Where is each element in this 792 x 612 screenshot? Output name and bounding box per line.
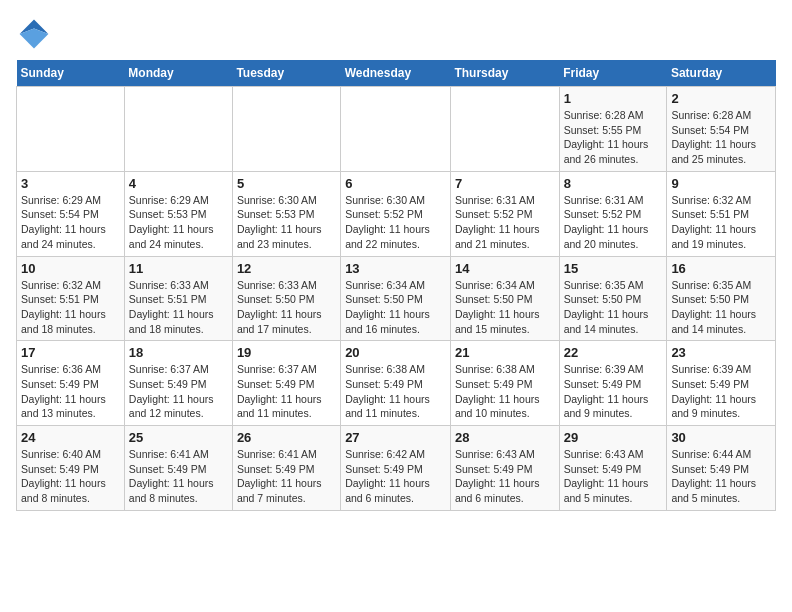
- calendar-cell: 30Sunrise: 6:44 AM Sunset: 5:49 PM Dayli…: [667, 426, 776, 511]
- day-number: 1: [564, 91, 663, 106]
- calendar-cell: 4Sunrise: 6:29 AM Sunset: 5:53 PM Daylig…: [124, 171, 232, 256]
- day-number: 16: [671, 261, 771, 276]
- calendar-table: SundayMondayTuesdayWednesdayThursdayFrid…: [16, 60, 776, 511]
- calendar-cell: 8Sunrise: 6:31 AM Sunset: 5:52 PM Daylig…: [559, 171, 667, 256]
- weekday-header-saturday: Saturday: [667, 60, 776, 87]
- day-info: Sunrise: 6:31 AM Sunset: 5:52 PM Dayligh…: [455, 193, 555, 252]
- day-number: 5: [237, 176, 336, 191]
- day-number: 19: [237, 345, 336, 360]
- calendar-cell: 14Sunrise: 6:34 AM Sunset: 5:50 PM Dayli…: [450, 256, 559, 341]
- day-info: Sunrise: 6:29 AM Sunset: 5:53 PM Dayligh…: [129, 193, 228, 252]
- day-number: 4: [129, 176, 228, 191]
- calendar-week-4: 17Sunrise: 6:36 AM Sunset: 5:49 PM Dayli…: [17, 341, 776, 426]
- calendar-cell: 25Sunrise: 6:41 AM Sunset: 5:49 PM Dayli…: [124, 426, 232, 511]
- calendar-week-3: 10Sunrise: 6:32 AM Sunset: 5:51 PM Dayli…: [17, 256, 776, 341]
- day-number: 24: [21, 430, 120, 445]
- day-number: 12: [237, 261, 336, 276]
- day-info: Sunrise: 6:36 AM Sunset: 5:49 PM Dayligh…: [21, 362, 120, 421]
- weekday-header-tuesday: Tuesday: [232, 60, 340, 87]
- calendar-cell: 7Sunrise: 6:31 AM Sunset: 5:52 PM Daylig…: [450, 171, 559, 256]
- day-info: Sunrise: 6:31 AM Sunset: 5:52 PM Dayligh…: [564, 193, 663, 252]
- calendar-cell: 10Sunrise: 6:32 AM Sunset: 5:51 PM Dayli…: [17, 256, 125, 341]
- calendar-cell: 9Sunrise: 6:32 AM Sunset: 5:51 PM Daylig…: [667, 171, 776, 256]
- calendar-cell: 11Sunrise: 6:33 AM Sunset: 5:51 PM Dayli…: [124, 256, 232, 341]
- calendar-body: 1Sunrise: 6:28 AM Sunset: 5:55 PM Daylig…: [17, 87, 776, 511]
- day-info: Sunrise: 6:34 AM Sunset: 5:50 PM Dayligh…: [455, 278, 555, 337]
- day-info: Sunrise: 6:38 AM Sunset: 5:49 PM Dayligh…: [455, 362, 555, 421]
- calendar-cell: [17, 87, 125, 172]
- calendar-cell: 29Sunrise: 6:43 AM Sunset: 5:49 PM Dayli…: [559, 426, 667, 511]
- calendar-header: SundayMondayTuesdayWednesdayThursdayFrid…: [17, 60, 776, 87]
- day-number: 13: [345, 261, 446, 276]
- day-info: Sunrise: 6:44 AM Sunset: 5:49 PM Dayligh…: [671, 447, 771, 506]
- day-info: Sunrise: 6:41 AM Sunset: 5:49 PM Dayligh…: [129, 447, 228, 506]
- calendar-cell: [124, 87, 232, 172]
- day-number: 6: [345, 176, 446, 191]
- day-info: Sunrise: 6:37 AM Sunset: 5:49 PM Dayligh…: [237, 362, 336, 421]
- day-number: 18: [129, 345, 228, 360]
- day-info: Sunrise: 6:42 AM Sunset: 5:49 PM Dayligh…: [345, 447, 446, 506]
- day-number: 11: [129, 261, 228, 276]
- calendar-week-5: 24Sunrise: 6:40 AM Sunset: 5:49 PM Dayli…: [17, 426, 776, 511]
- day-info: Sunrise: 6:30 AM Sunset: 5:53 PM Dayligh…: [237, 193, 336, 252]
- day-info: Sunrise: 6:39 AM Sunset: 5:49 PM Dayligh…: [671, 362, 771, 421]
- weekday-header-monday: Monday: [124, 60, 232, 87]
- day-number: 29: [564, 430, 663, 445]
- day-info: Sunrise: 6:34 AM Sunset: 5:50 PM Dayligh…: [345, 278, 446, 337]
- calendar-cell: 20Sunrise: 6:38 AM Sunset: 5:49 PM Dayli…: [341, 341, 451, 426]
- day-info: Sunrise: 6:37 AM Sunset: 5:49 PM Dayligh…: [129, 362, 228, 421]
- calendar-cell: 5Sunrise: 6:30 AM Sunset: 5:53 PM Daylig…: [232, 171, 340, 256]
- day-info: Sunrise: 6:33 AM Sunset: 5:50 PM Dayligh…: [237, 278, 336, 337]
- day-info: Sunrise: 6:32 AM Sunset: 5:51 PM Dayligh…: [21, 278, 120, 337]
- weekday-header-friday: Friday: [559, 60, 667, 87]
- day-number: 25: [129, 430, 228, 445]
- calendar-cell: 2Sunrise: 6:28 AM Sunset: 5:54 PM Daylig…: [667, 87, 776, 172]
- logo-icon: [16, 16, 52, 52]
- day-info: Sunrise: 6:35 AM Sunset: 5:50 PM Dayligh…: [564, 278, 663, 337]
- calendar-cell: 18Sunrise: 6:37 AM Sunset: 5:49 PM Dayli…: [124, 341, 232, 426]
- day-number: 28: [455, 430, 555, 445]
- day-number: 27: [345, 430, 446, 445]
- day-info: Sunrise: 6:40 AM Sunset: 5:49 PM Dayligh…: [21, 447, 120, 506]
- calendar-cell: [232, 87, 340, 172]
- day-info: Sunrise: 6:43 AM Sunset: 5:49 PM Dayligh…: [564, 447, 663, 506]
- calendar-week-2: 3Sunrise: 6:29 AM Sunset: 5:54 PM Daylig…: [17, 171, 776, 256]
- calendar-cell: 26Sunrise: 6:41 AM Sunset: 5:49 PM Dayli…: [232, 426, 340, 511]
- weekday-header-thursday: Thursday: [450, 60, 559, 87]
- calendar-cell: 16Sunrise: 6:35 AM Sunset: 5:50 PM Dayli…: [667, 256, 776, 341]
- weekday-header-sunday: Sunday: [17, 60, 125, 87]
- calendar-cell: 17Sunrise: 6:36 AM Sunset: 5:49 PM Dayli…: [17, 341, 125, 426]
- day-number: 26: [237, 430, 336, 445]
- day-number: 8: [564, 176, 663, 191]
- calendar-cell: 24Sunrise: 6:40 AM Sunset: 5:49 PM Dayli…: [17, 426, 125, 511]
- day-info: Sunrise: 6:35 AM Sunset: 5:50 PM Dayligh…: [671, 278, 771, 337]
- day-number: 17: [21, 345, 120, 360]
- day-number: 2: [671, 91, 771, 106]
- calendar-cell: 22Sunrise: 6:39 AM Sunset: 5:49 PM Dayli…: [559, 341, 667, 426]
- day-number: 3: [21, 176, 120, 191]
- day-number: 22: [564, 345, 663, 360]
- calendar-week-1: 1Sunrise: 6:28 AM Sunset: 5:55 PM Daylig…: [17, 87, 776, 172]
- day-number: 10: [21, 261, 120, 276]
- day-info: Sunrise: 6:29 AM Sunset: 5:54 PM Dayligh…: [21, 193, 120, 252]
- day-number: 9: [671, 176, 771, 191]
- day-number: 20: [345, 345, 446, 360]
- page-header: [16, 16, 776, 52]
- day-info: Sunrise: 6:39 AM Sunset: 5:49 PM Dayligh…: [564, 362, 663, 421]
- calendar-cell: 3Sunrise: 6:29 AM Sunset: 5:54 PM Daylig…: [17, 171, 125, 256]
- day-number: 7: [455, 176, 555, 191]
- calendar-cell: 27Sunrise: 6:42 AM Sunset: 5:49 PM Dayli…: [341, 426, 451, 511]
- day-number: 30: [671, 430, 771, 445]
- day-number: 23: [671, 345, 771, 360]
- day-info: Sunrise: 6:38 AM Sunset: 5:49 PM Dayligh…: [345, 362, 446, 421]
- day-number: 14: [455, 261, 555, 276]
- calendar-cell: [341, 87, 451, 172]
- weekday-header-row: SundayMondayTuesdayWednesdayThursdayFrid…: [17, 60, 776, 87]
- calendar-cell: 6Sunrise: 6:30 AM Sunset: 5:52 PM Daylig…: [341, 171, 451, 256]
- day-info: Sunrise: 6:41 AM Sunset: 5:49 PM Dayligh…: [237, 447, 336, 506]
- day-info: Sunrise: 6:28 AM Sunset: 5:55 PM Dayligh…: [564, 108, 663, 167]
- day-number: 21: [455, 345, 555, 360]
- weekday-header-wednesday: Wednesday: [341, 60, 451, 87]
- day-info: Sunrise: 6:33 AM Sunset: 5:51 PM Dayligh…: [129, 278, 228, 337]
- day-info: Sunrise: 6:32 AM Sunset: 5:51 PM Dayligh…: [671, 193, 771, 252]
